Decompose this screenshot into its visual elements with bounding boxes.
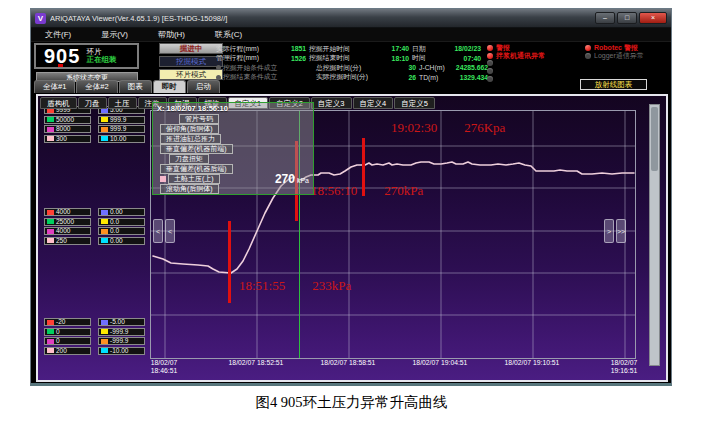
data-value: 24285.662 [447, 64, 488, 71]
chart-tab[interactable]: 自定义3 [311, 97, 352, 109]
legend-group-mid: 4000 0.00 25000 [44, 208, 148, 246]
data-value: 07:40 [440, 55, 481, 62]
alarm-list-right: Robotec 警报 Logger通信异常 [585, 44, 644, 60]
legend-scale-box[interactable]: -5.00 [98, 318, 145, 326]
alarm-list-left: 警报 拌浆机通讯异常 [487, 44, 545, 83]
legend-scale-box[interactable]: 50000 [44, 116, 91, 124]
menu-item[interactable]: 帮助(H) [158, 29, 185, 40]
vertical-scrollbar[interactable] [649, 104, 660, 366]
legend-value: -10.00 [110, 348, 128, 354]
segment-mode-button[interactable]: 环片模式 [159, 69, 223, 80]
legend-swatch [47, 117, 54, 122]
tooltip-unit: kPa [297, 177, 309, 184]
x-axis-tick-label: 18/02/07 18:46:51 [122, 359, 206, 375]
menu-item[interactable]: 文件(F) [45, 29, 71, 40]
tooltip-row: 管片号码 [153, 114, 313, 124]
main-tab[interactable]: 全体#1 [34, 80, 75, 93]
tooltip-series-label[interactable]: 土舱土压(上) [168, 174, 220, 184]
legend-value: 4000 [56, 228, 70, 234]
legend-scale-box[interactable]: 300 [44, 135, 91, 143]
excavation-mode-button[interactable]: 挖掘模式 [159, 56, 223, 67]
legend-swatch [47, 136, 54, 141]
legend-scale-box[interactable]: 4000 [44, 227, 91, 235]
tooltip-series-label[interactable]: 滚动角(后胴体) [160, 184, 219, 194]
tooltip-series-label[interactable]: 垂直偏差(机器前端) [160, 144, 233, 154]
header-data-row: 挖掘开始条件成立 总挖掘时间(分) 30 J-CH(m) 24285.662 [216, 63, 478, 73]
menu-item[interactable]: 显示(V) [101, 29, 128, 40]
legend-swatch [47, 127, 54, 132]
legend-scale-box[interactable]: 8000 [44, 125, 91, 133]
legend-scale-box[interactable]: -999.9 [98, 337, 145, 345]
x-axis-labels: 18/02/07 18:46:51 18/02/07 18:52:51 18/0… [38, 359, 670, 383]
minimize-button[interactable]: – [595, 12, 615, 24]
annotation-time: 18:56:10 [311, 183, 357, 198]
legend-scale-box[interactable]: 0.0 [98, 227, 145, 235]
scroll-right-button[interactable]: > [604, 219, 614, 243]
chart-tab[interactable]: 盾构机 [40, 97, 77, 109]
legend-scale-box[interactable]: 250 [44, 237, 91, 245]
main-tab[interactable]: 即时 [153, 80, 186, 93]
annotation-value: 276Kpa [464, 120, 505, 135]
legend-value: 300 [56, 136, 67, 142]
legend-scale-box[interactable]: 0.0 [98, 218, 145, 226]
main-tab[interactable]: 启动 [187, 80, 220, 93]
legend-swatch [47, 210, 54, 215]
ring-status: 正在组装 [86, 56, 116, 64]
alarm-dot-icon [487, 68, 493, 74]
legend-scale-box[interactable]: -999.9 [98, 328, 145, 336]
legend-value: -999.9 [110, 329, 128, 335]
chart-tab[interactable]: 自定义5 [394, 97, 435, 109]
scrollbar-thumb[interactable] [651, 107, 658, 171]
chart-tab[interactable]: 自定义4 [353, 97, 394, 109]
scroll-left-button[interactable]: < [165, 219, 175, 243]
legend-scale-box[interactable]: 0 [44, 328, 91, 336]
figure-caption: 图4 905环土压力异常升高曲线 [0, 393, 703, 412]
close-button[interactable]: × [639, 12, 667, 24]
data-label: J-CH(m) [419, 64, 447, 71]
tooltip-value: 270 [275, 172, 295, 186]
tooltip-rows: 管片号码 俯仰角(后胴体) [153, 114, 313, 194]
scroll-left-button[interactable]: < [153, 219, 163, 243]
main-tab[interactable]: 图表 [119, 80, 152, 93]
legend-row: 4000 0.00 [44, 208, 148, 216]
legend-row: 200 -10.00 [44, 347, 148, 355]
tooltip-series-label[interactable]: 管片号码 [179, 114, 219, 124]
legend-scale-box[interactable]: 200 [44, 347, 91, 355]
legend-value: 999.9 [110, 117, 126, 123]
tooltip-series-label[interactable]: 俯仰角(后胴体) [160, 124, 219, 134]
legend-scale-box[interactable]: 0 [44, 337, 91, 345]
chart-tab[interactable]: 土压 [108, 97, 137, 109]
digging-in-progress-button[interactable]: 掘进中 [159, 43, 223, 54]
maximize-button[interactable]: □ [617, 12, 637, 24]
data-label: 挖掘开始时间 [309, 44, 373, 54]
header-data-row: 实际行程(mm) 1851 挖掘开始时间 17:40 日期 18/02/23 [216, 44, 478, 54]
scroll-right-button[interactable]: >> [616, 219, 626, 243]
title-bar[interactable]: V ARiQATAYA Viewer(Ver.4.65.1.9) [ES-THD… [31, 9, 671, 28]
legend-scale-box[interactable]: 10.00 [98, 135, 145, 143]
alarm-dot-icon [585, 53, 591, 59]
radiation-chart-button[interactable]: 放射线图表 [580, 79, 647, 90]
chart-tab[interactable]: 刀盘 [78, 97, 107, 109]
tooltip-series-label[interactable]: 垂直偏差(机器后端) [160, 164, 233, 174]
legend-scale-box[interactable]: 0.00 [98, 208, 145, 216]
legend-scale-box[interactable]: 25000 [44, 218, 91, 226]
tooltip-series-label[interactable]: 刀盘扭矩 [169, 154, 209, 164]
menu-item[interactable]: 联系(C) [215, 29, 242, 40]
legend-scale-box[interactable]: 999.9 [98, 116, 145, 124]
data-label: 挖掘结束时间 [309, 53, 373, 63]
legend-scale-box[interactable]: -20 [44, 318, 91, 326]
legend-scale-box[interactable]: 0.00 [98, 237, 145, 245]
tooltip-series-label[interactable]: 推进油缸总推力 [160, 134, 221, 144]
scroll-left-buttons: < < [153, 219, 175, 243]
legend-value: 10.00 [110, 136, 126, 142]
legend-scale-box[interactable]: -10.00 [98, 347, 145, 355]
cursor-tooltip: X: 18/02/07 18:56:10 管片号码 俯仰角(后胴体) [152, 102, 314, 195]
legend-scale-box[interactable]: 4000 [44, 208, 91, 216]
x-axis-tick-label: 18/02/07 18:58:51 [306, 359, 390, 367]
legend-value: 50000 [56, 117, 74, 123]
legend-value: 0.00 [110, 209, 123, 215]
pressure-annotation: 19:02:30276Kpa [391, 120, 505, 136]
legend-group-max: 9999 5.00 50000 [44, 106, 148, 144]
main-tab[interactable]: 全体#2 [76, 80, 117, 93]
legend-scale-box[interactable]: 999.9 [98, 125, 145, 133]
